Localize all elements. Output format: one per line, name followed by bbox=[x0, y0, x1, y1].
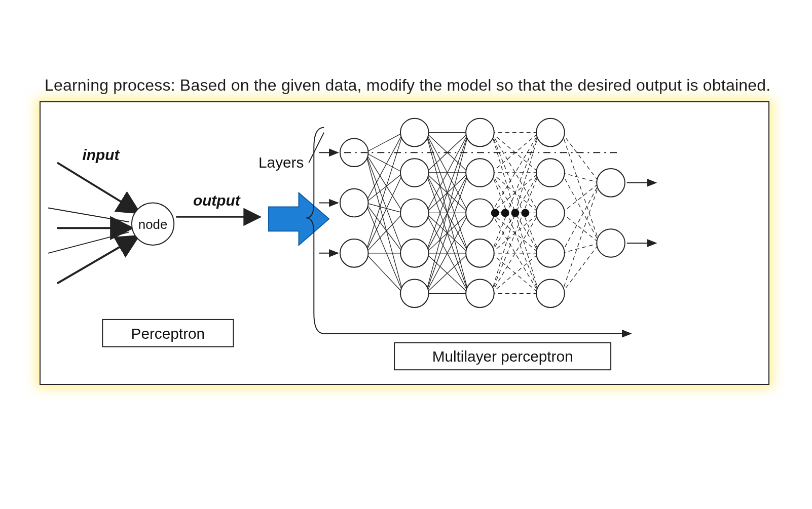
svg-point-101 bbox=[536, 159, 565, 187]
svg-line-78 bbox=[562, 183, 600, 253]
svg-line-74 bbox=[562, 173, 600, 183]
svg-point-94 bbox=[400, 279, 429, 307]
svg-line-79 bbox=[562, 243, 600, 253]
svg-point-108 bbox=[501, 209, 509, 217]
layers-brace-tick bbox=[309, 133, 324, 163]
svg-line-75 bbox=[562, 173, 600, 243]
node-label: node bbox=[138, 217, 167, 231]
svg-line-16 bbox=[365, 203, 403, 294]
svg-point-110 bbox=[521, 209, 529, 217]
svg-line-0 bbox=[57, 163, 138, 212]
svg-point-104 bbox=[536, 279, 565, 307]
svg-point-109 bbox=[511, 209, 519, 217]
output-label: output bbox=[193, 192, 241, 209]
svg-line-19 bbox=[365, 213, 403, 253]
svg-point-100 bbox=[536, 119, 565, 147]
svg-line-80 bbox=[562, 183, 600, 293]
svg-point-90 bbox=[400, 119, 429, 147]
svg-line-68 bbox=[491, 173, 539, 293]
svg-point-99 bbox=[466, 279, 494, 307]
layers-label: Layers bbox=[259, 154, 304, 171]
ellipsis-dots-icon bbox=[491, 209, 529, 217]
mlp-caption: Multilayer perceptron bbox=[432, 348, 573, 365]
figure-panel: input output node Perceptron Layers bbox=[40, 101, 769, 385]
input-label: input bbox=[83, 146, 120, 163]
svg-point-89 bbox=[340, 239, 368, 267]
diagram-svg: input output node Perceptron Layers bbox=[41, 102, 768, 384]
svg-line-1 bbox=[48, 208, 129, 222]
svg-line-8 bbox=[365, 152, 403, 173]
svg-line-15 bbox=[365, 203, 403, 253]
svg-point-93 bbox=[400, 239, 429, 267]
svg-point-107 bbox=[491, 209, 499, 217]
svg-point-102 bbox=[536, 199, 565, 227]
svg-point-95 bbox=[466, 119, 494, 147]
svg-line-13 bbox=[365, 173, 403, 203]
svg-line-3 bbox=[48, 232, 129, 253]
mlp-network bbox=[319, 119, 656, 307]
svg-line-4 bbox=[57, 237, 137, 283]
svg-line-62 bbox=[491, 133, 539, 253]
perceptron-caption: Perceptron bbox=[131, 325, 205, 342]
svg-line-18 bbox=[365, 173, 403, 253]
svg-point-97 bbox=[466, 199, 494, 227]
svg-point-103 bbox=[536, 239, 565, 267]
svg-point-91 bbox=[400, 159, 429, 187]
svg-line-81 bbox=[562, 243, 600, 293]
svg-point-88 bbox=[340, 189, 368, 217]
svg-line-11 bbox=[365, 152, 403, 293]
svg-point-92 bbox=[400, 199, 429, 227]
svg-line-73 bbox=[562, 133, 600, 243]
svg-line-9 bbox=[365, 152, 403, 213]
svg-point-98 bbox=[466, 239, 494, 267]
caption-text: Learning process: Based on the given dat… bbox=[45, 76, 770, 95]
svg-point-106 bbox=[597, 229, 625, 257]
transition-arrow-icon bbox=[269, 193, 329, 245]
svg-point-105 bbox=[597, 169, 625, 197]
svg-line-72 bbox=[562, 133, 600, 183]
svg-point-96 bbox=[466, 159, 494, 187]
